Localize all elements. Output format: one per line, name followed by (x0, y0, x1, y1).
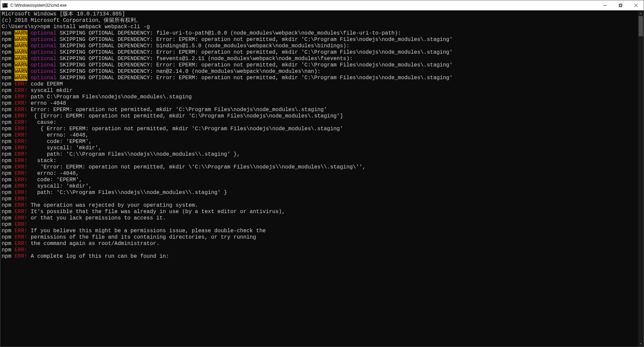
terminal-line: npm ERR! Error: EPERM: operation not per… (2, 107, 638, 113)
scrollbar[interactable]: ▲ ▼ (638, 10, 644, 347)
scroll-thumb[interactable] (639, 16, 643, 36)
terminal-line: npm ERR! cause: (2, 119, 638, 126)
terminal-line: npm WARN optional SKIPPING OPTIONAL DEPE… (2, 30, 638, 37)
minimize-button[interactable] (597, 0, 613, 10)
terminal-line: npm ERR! or that you lack permissions to… (2, 215, 638, 221)
minimize-icon (603, 4, 607, 7)
terminal-line: npm WARN optional SKIPPING OPTIONAL DEPE… (2, 49, 638, 56)
cmd-icon (2, 3, 8, 8)
terminal-line: npm ERR! syscall: 'mkdir', (2, 145, 638, 151)
window-title: C:\Windows\system32\cmd.exe (10, 3, 597, 8)
terminal-line: npm ERR! code: 'EPERM', (2, 177, 638, 183)
terminal-output[interactable]: Microsoft Windows [版本 10.0.17134.885](c)… (0, 10, 638, 347)
terminal-line: npm ERR! The operation was rejected by y… (2, 202, 638, 209)
maximize-button[interactable] (613, 0, 628, 10)
terminal-line: Microsoft Windows [版本 10.0.17134.885] (2, 11, 638, 17)
terminal-line: npm WARN optional SKIPPING OPTIONAL DEPE… (2, 68, 638, 75)
terminal-line: npm ERR! errno -4048 (2, 100, 638, 107)
terminal-line: npm WARN optional SKIPPING OPTIONAL DEPE… (2, 37, 638, 43)
terminal-line: npm ERR! code: 'EPERM', (2, 139, 638, 145)
terminal-line: npm WARN optional SKIPPING OPTIONAL DEPE… (2, 75, 638, 81)
terminal-line: npm ERR! syscall mkdir (2, 88, 638, 94)
terminal-line: npm ERR! A complete log of this run can … (2, 253, 638, 260)
terminal-line: npm WARN optional SKIPPING OPTIONAL DEPE… (2, 43, 638, 49)
terminal-line: npm ERR! code EPERM (2, 81, 638, 88)
svg-rect-1 (619, 4, 622, 7)
terminal-line: npm ERR! path: 'C:\\Program Files\\nodej… (2, 151, 638, 158)
terminal-line: npm ERR! (2, 221, 638, 228)
close-icon (634, 4, 638, 7)
terminal-line: npm ERR! (2, 196, 638, 202)
terminal-line: npm ERR! syscall: 'mkdir', (2, 183, 638, 190)
scroll-up-icon[interactable]: ▲ (638, 10, 644, 16)
terminal-line: npm ERR! permissions of the file and its… (2, 234, 638, 241)
terminal-line: npm ERR! 'Error: EPERM: operation not pe… (2, 164, 638, 170)
terminal-line: npm ERR! It's possible that the file was… (2, 209, 638, 215)
terminal-line: npm ERR! path C:\Program Files\nodejs\no… (2, 94, 638, 100)
terminal-line: (c) 2018 Microsoft Corporation。保留所有权利。 (2, 17, 638, 24)
terminal-line: npm ERR! If you believe this might be a … (2, 228, 638, 234)
terminal-line: npm ERR! the command again as root/Admin… (2, 241, 638, 247)
scroll-down-icon[interactable]: ▼ (638, 341, 644, 347)
terminal-line: C:\Users\sy>npm install webpack webpack-… (2, 24, 638, 30)
terminal-line: npm WARN optional SKIPPING OPTIONAL DEPE… (2, 62, 638, 68)
terminal-line: npm ERR! errno: -4048, (2, 170, 638, 177)
terminal-line: npm ERR! stack: (2, 158, 638, 164)
terminal-line: npm WARN optional SKIPPING OPTIONAL DEPE… (2, 56, 638, 62)
titlebar[interactable]: C:\Windows\system32\cmd.exe (0, 0, 644, 10)
cmd-window: C:\Windows\system32\cmd.exe Microsoft Wi… (0, 0, 644, 347)
terminal-wrap: Microsoft Windows [版本 10.0.17134.885](c)… (0, 10, 644, 347)
svg-rect-2 (620, 4, 622, 6)
maximize-icon (619, 4, 622, 7)
terminal-line: npm ERR! path: 'C:\\Program Files\\nodej… (2, 190, 638, 196)
terminal-line: npm ERR! { [Error: EPERM: operation not … (2, 113, 638, 119)
terminal-line: npm ERR! (2, 247, 638, 253)
window-controls (597, 0, 644, 10)
app-icon-container (0, 0, 10, 10)
terminal-line: npm ERR! errno: -4048, (2, 132, 638, 139)
close-button[interactable] (628, 0, 644, 10)
terminal-line: npm ERR! { Error: EPERM: operation not p… (2, 126, 638, 132)
